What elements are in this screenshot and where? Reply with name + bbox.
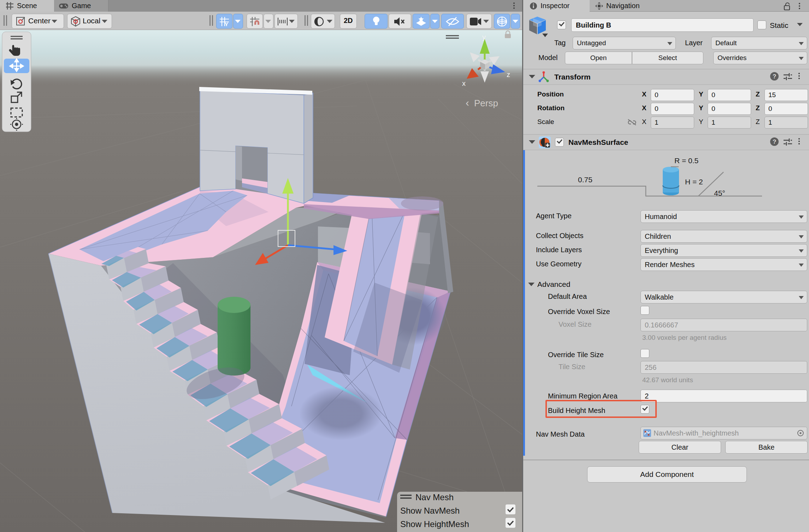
svg-text:y: y xyxy=(482,33,486,41)
svg-text:45°: 45° xyxy=(714,189,725,197)
svg-text:Nav Mesh: Nav Mesh xyxy=(415,492,454,502)
svg-text:Y: Y xyxy=(225,21,228,27)
svg-text:?: ? xyxy=(773,73,776,80)
svg-text:z: z xyxy=(507,71,510,78)
svg-text:Show HeightMesh: Show HeightMesh xyxy=(400,519,469,529)
svg-text:?: ? xyxy=(773,138,776,145)
svg-text:H = 2: H = 2 xyxy=(685,178,703,186)
svg-text:Show NavMesh: Show NavMesh xyxy=(400,506,460,515)
svg-text:0.75: 0.75 xyxy=(578,176,592,184)
svg-text:x: x xyxy=(462,79,466,87)
svg-text:‹: ‹ xyxy=(466,97,469,108)
svg-text:R = 0.5: R = 0.5 xyxy=(674,156,698,165)
svg-text:Persp: Persp xyxy=(474,98,498,108)
